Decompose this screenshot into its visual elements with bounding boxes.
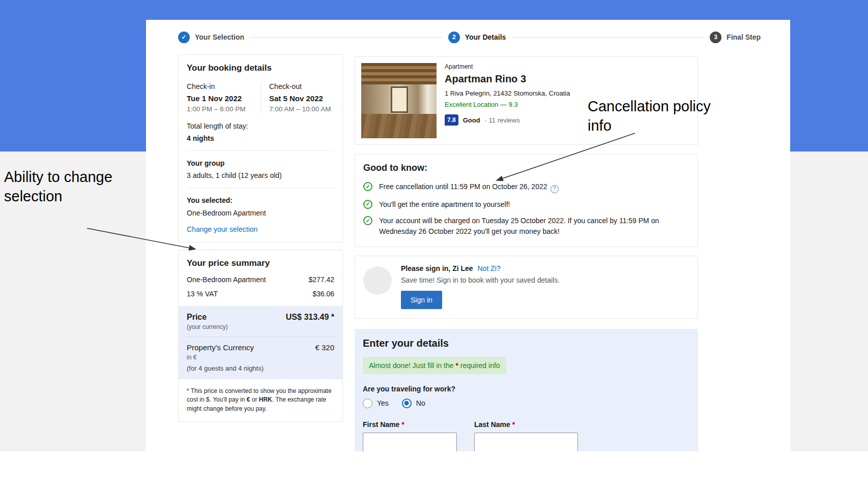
price-row: One-Bedroom Apartment $277.42: [187, 276, 334, 284]
check-icon: ✓: [363, 216, 372, 225]
last-name-label: Last Name *: [474, 420, 515, 429]
price-summary-title: Your price summary: [187, 258, 334, 268]
enter-details-title: Enter your details: [363, 338, 690, 349]
step-label: Final Step: [727, 33, 761, 41]
work-travel-radios: Yes No: [363, 399, 690, 408]
step-label: Your Details: [465, 33, 506, 41]
list-item: ✓ Your account will be charged on Tuesda…: [363, 216, 689, 236]
first-name-label: First Name *: [363, 420, 404, 429]
price-row-value: $36.06: [312, 290, 334, 298]
check-circle-icon: ✓: [178, 32, 190, 43]
checkin-time: 1:00 PM – 6:00 PM: [187, 105, 261, 113]
price-row: 13 % VAT $36.06: [187, 290, 334, 298]
price-disclaimer: * This price is converted to show you th…: [187, 387, 334, 413]
price-row-value: $277.42: [308, 276, 334, 284]
photo-floor: [361, 114, 437, 138]
change-selection-link[interactable]: Change your selection: [187, 225, 257, 233]
price-row-label: One-Bedroom Apartment: [187, 276, 266, 284]
avatar: [363, 266, 392, 295]
radio-yes[interactable]: Yes: [363, 399, 389, 408]
checkout-block: Check-out Sat 5 Nov 2022 7:00 AM – 10:00…: [261, 82, 334, 113]
step-label: Your Selection: [195, 33, 244, 41]
checkout-label: Check-out: [269, 82, 334, 90]
photo-window: [391, 86, 408, 113]
stepper-connector: [512, 37, 704, 38]
enter-details-panel: Enter your details Almost done! Just fil…: [355, 329, 698, 451]
divider: [187, 337, 334, 337]
group-label: Your group: [187, 159, 334, 167]
group-value: 3 adults, 1 child (12 years old): [187, 171, 334, 179]
almost-done-alert: Almost done! Just fill in the * required…: [363, 357, 506, 374]
signin-subtitle: Save time! Sign in to book with your sav…: [401, 276, 560, 284]
property-currency-sub: in €: [187, 354, 264, 361]
location-score: Excellent Location — 9.3: [445, 101, 570, 108]
step-number-icon: 3: [710, 32, 721, 43]
step-final-step: 3 Final Step: [710, 32, 761, 43]
currency-note: (your currency): [187, 323, 228, 330]
step-your-selection: ✓ Your Selection: [178, 32, 244, 43]
help-icon[interactable]: ?: [551, 185, 559, 193]
property-currency-label: Property's Currency: [187, 343, 264, 352]
property-address: 1 Riva Pelegrin, 21432 Stomorska, Croati…: [445, 89, 570, 97]
last-name-input[interactable]: [474, 433, 578, 451]
checkin-date: Tue 1 Nov 2022: [187, 94, 261, 103]
first-name-field: First Name *: [363, 420, 457, 451]
total-price-value: US$ 313.49 *: [286, 313, 334, 322]
booking-details-card: Your booking details Check-in Tue 1 Nov …: [178, 54, 343, 242]
guests-nights-note: (for 4 guests and 4 nights): [187, 364, 264, 372]
checkin-label: Check-in: [187, 82, 261, 90]
divider: [187, 150, 334, 151]
work-travel-question: Are you traveling for work?: [363, 385, 690, 393]
checkout-time: 7:00 AM – 10:00 AM: [269, 105, 334, 113]
list-item: ✓ Free cancellation until 11:59 PM on Oc…: [363, 181, 689, 193]
checkout-stepper: ✓ Your Selection 2 Your Details 3 Final …: [146, 20, 790, 54]
signin-card: Please sign in, Zi Lee Not Zi? Save time…: [355, 256, 698, 319]
required-asterisk: *: [401, 420, 404, 429]
property-type: Apartment: [445, 63, 570, 70]
annotation-cancellation-policy: Cancellation policy info: [588, 97, 730, 135]
radio-icon[interactable]: [363, 399, 372, 408]
total-price-label: Price: [187, 313, 228, 322]
checkin-block: Check-in Tue 1 Nov 2022 1:00 PM – 6:00 P…: [187, 82, 261, 113]
check-icon: ✓: [363, 182, 372, 191]
sign-in-button[interactable]: Sign in: [401, 291, 442, 309]
price-row-label: 13 % VAT: [187, 290, 218, 298]
annotation-change-selection: Ability to change selection: [4, 167, 129, 206]
good-to-know-card: Good to know: ✓ Free cancellation until …: [355, 154, 698, 247]
selected-label: You selected:: [187, 196, 334, 204]
good-to-know-title: Good to know:: [363, 163, 689, 173]
rating-row: 7.8 Good · 11 reviews: [445, 114, 570, 126]
required-asterisk: *: [512, 420, 515, 429]
first-name-input[interactable]: [363, 433, 457, 451]
charge-policy-text: Your account will be charged on Tuesday …: [379, 216, 689, 236]
not-you-link[interactable]: Not Zi?: [478, 264, 501, 272]
rating-badge: 7.8: [445, 114, 458, 126]
booking-details-title: Your booking details: [187, 63, 334, 73]
price-summary-card: Your price summary One-Bedroom Apartment…: [178, 250, 343, 422]
property-currency-value: € 320: [315, 343, 334, 372]
entire-apartment-text: You'll get the entire apartment to yours…: [379, 199, 510, 209]
stay-length-label: Total length of stay:: [187, 122, 334, 130]
rating-word: Good: [463, 116, 480, 124]
step-your-details: 2 Your Details: [448, 32, 506, 43]
selected-room: One-Bedroom Apartment: [187, 209, 334, 217]
photo-ceiling: [361, 63, 437, 84]
signin-title: Please sign in, Zi Lee: [401, 264, 473, 272]
divider: [187, 188, 334, 188]
free-cancellation-text: Free cancellation until 11:59 PM on Octo…: [379, 182, 547, 191]
last-name-field: Last Name *: [474, 420, 578, 451]
property-name: Apartman Rino 3: [445, 73, 570, 85]
stepper-connector: [250, 37, 442, 38]
radio-no[interactable]: No: [402, 399, 425, 408]
price-highlight: Price (your currency) US$ 313.49 * Prope…: [179, 306, 342, 379]
checkout-date: Sat 5 Nov 2022: [269, 94, 334, 103]
step-number-icon: 2: [448, 32, 460, 43]
booking-checkout-page: ✓ Your Selection 2 Your Details 3 Final …: [146, 20, 790, 451]
stay-length-value: 4 nights: [187, 134, 334, 142]
review-count: · 11 reviews: [485, 116, 520, 124]
check-icon: ✓: [363, 200, 372, 209]
radio-icon-checked[interactable]: [402, 399, 412, 408]
list-item: ✓ You'll get the entire apartment to you…: [363, 199, 689, 209]
property-photo: [361, 63, 437, 138]
